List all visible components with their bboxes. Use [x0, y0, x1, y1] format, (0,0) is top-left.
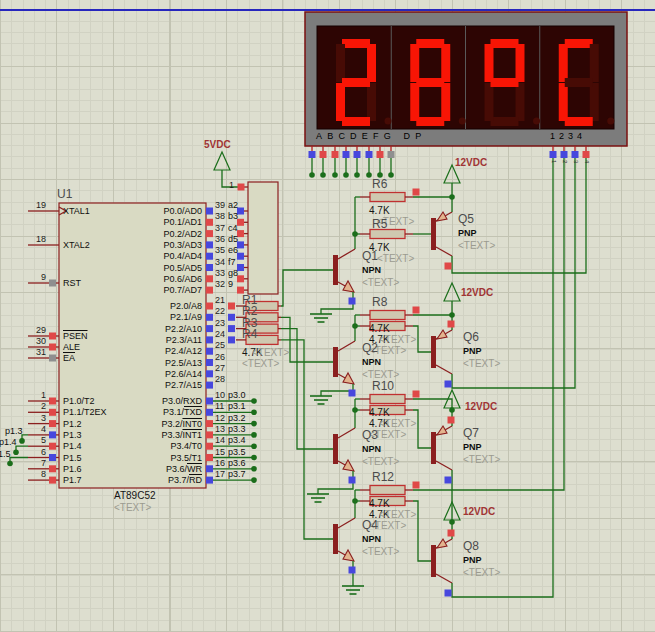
- state-square: [228, 325, 235, 332]
- wire[interactable]: [413, 490, 452, 522]
- wire[interactable]: [338, 428, 355, 438]
- wire[interactable]: [321, 292, 353, 314]
- mcu-body[interactable]: [59, 203, 206, 488]
- resistor-body[interactable]: [370, 193, 405, 202]
- state-square: [413, 307, 420, 314]
- resistor-body[interactable]: [246, 302, 278, 311]
- resistor-body[interactable]: [246, 324, 278, 333]
- wire[interactable]: [452, 158, 564, 490]
- state-square: [206, 465, 213, 472]
- junction-dot: [352, 231, 358, 237]
- pnp-emitter-arrow: [437, 426, 447, 435]
- wire[interactable]: [436, 461, 452, 470]
- display-segment: [336, 44, 345, 82]
- transistor-bar[interactable]: [431, 336, 436, 368]
- wire[interactable]: [10, 458, 28, 464]
- wire[interactable]: [281, 329, 333, 449]
- state-square: [49, 454, 56, 461]
- state-square: [206, 264, 213, 271]
- resistor-body[interactable]: [370, 395, 405, 404]
- transistor-bar[interactable]: [431, 432, 436, 464]
- resistor-body[interactable]: [370, 322, 405, 331]
- resistor-body[interactable]: [246, 335, 278, 344]
- wire[interactable]: [436, 574, 452, 583]
- junction-dot: [343, 172, 349, 178]
- state-square: [206, 241, 213, 248]
- junction-dot: [352, 498, 358, 504]
- display-segment: [336, 83, 345, 121]
- junction-dot: [354, 172, 360, 178]
- wire[interactable]: [436, 365, 452, 374]
- junction-dot: [251, 398, 257, 404]
- wire[interactable]: [413, 410, 431, 448]
- transistor-bar[interactable]: [333, 434, 338, 464]
- state-square: [206, 230, 213, 237]
- wire[interactable]: [281, 340, 333, 539]
- display-segment: [590, 44, 599, 82]
- state-square: [349, 390, 356, 397]
- display-segment: [342, 78, 370, 87]
- transistor-bar[interactable]: [333, 255, 338, 285]
- wire[interactable]: [321, 384, 353, 396]
- resistor-body[interactable]: [246, 313, 278, 322]
- wire[interactable]: [318, 471, 353, 494]
- state-square: [206, 325, 213, 332]
- state-square: [237, 230, 244, 237]
- state-square: [448, 321, 455, 328]
- resistor-body[interactable]: [370, 230, 405, 239]
- display-segment: [559, 83, 568, 121]
- state-square: [49, 443, 56, 450]
- wire[interactable]: [436, 247, 452, 256]
- state-square: [206, 398, 213, 405]
- state-square: [228, 336, 235, 343]
- transistor-bar[interactable]: [431, 545, 436, 577]
- state-square: [349, 298, 356, 305]
- display-segment: [416, 117, 444, 126]
- wire[interactable]: [281, 270, 333, 306]
- transistor-bar[interactable]: [431, 218, 436, 250]
- display-segment: [416, 39, 444, 48]
- resistor-body[interactable]: [370, 406, 405, 415]
- state-square: [445, 477, 452, 484]
- display-segment: [410, 83, 419, 121]
- state-square: [309, 151, 316, 158]
- wire[interactable]: [452, 158, 553, 597]
- wire[interactable]: [452, 158, 586, 273]
- state-square: [354, 151, 361, 158]
- display-dp: [385, 118, 392, 125]
- wire[interactable]: [338, 249, 355, 259]
- schematic-canvas[interactable]: U1 AT89C52 <TEXT> 5VDC ABCDEFG DP 1234 1…: [0, 0, 655, 632]
- wire[interactable]: [338, 341, 355, 351]
- display-dp: [533, 118, 540, 125]
- respack-body[interactable]: [248, 182, 278, 294]
- state-square: [366, 151, 373, 158]
- power-arrow-icon: [214, 152, 230, 170]
- junction-dot: [320, 172, 326, 178]
- resistor-body[interactable]: [370, 311, 405, 320]
- display-segment: [565, 117, 593, 126]
- resistor-body[interactable]: [370, 486, 405, 495]
- transistor-bar[interactable]: [333, 524, 338, 554]
- wire[interactable]: [413, 326, 431, 352]
- wire[interactable]: [338, 518, 355, 528]
- state-square: [445, 263, 452, 270]
- state-square: [237, 287, 244, 294]
- pnp-emitter-arrow: [437, 212, 447, 221]
- state-square: [206, 431, 213, 438]
- junction-dot: [251, 421, 257, 427]
- state-square: [206, 336, 213, 343]
- state-square: [49, 344, 56, 351]
- state-square: [550, 151, 557, 158]
- state-square: [49, 465, 56, 472]
- state-square: [583, 151, 590, 158]
- transistor-bar[interactable]: [333, 347, 338, 377]
- state-square: [206, 382, 213, 389]
- wire[interactable]: [413, 501, 431, 561]
- display-segment: [516, 44, 525, 82]
- state-square: [349, 567, 356, 574]
- display-segment: [565, 78, 593, 87]
- display-segment: [416, 78, 444, 87]
- resistor-body[interactable]: [370, 497, 405, 506]
- schematic-svg: [0, 0, 655, 632]
- state-square: [206, 420, 213, 427]
